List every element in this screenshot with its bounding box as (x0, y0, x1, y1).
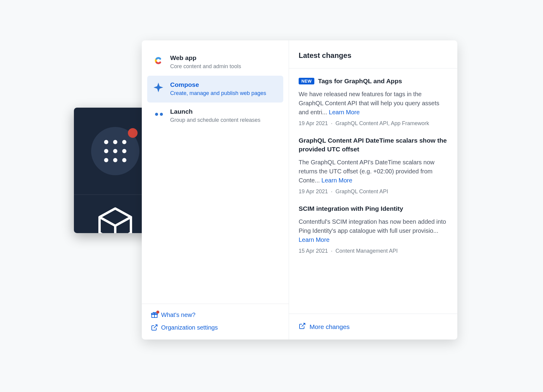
app-item-title: Compose (170, 81, 278, 88)
external-link-icon (151, 324, 158, 331)
cube-icon (96, 205, 135, 233)
app-item-launch[interactable]: Launch Group and schedule content releas… (147, 103, 283, 129)
external-link-icon (299, 322, 306, 331)
app-item-desc: Create, manage and publish web pages (170, 90, 278, 97)
change-item[interactable]: NEW Tags for GraphQL and Apps We have re… (299, 77, 448, 127)
changes-panel: Latest changes NEW Tags for GraphQL and … (289, 40, 457, 340)
org-settings-link[interactable]: Organization settings (151, 324, 280, 331)
app-item-title: Web app (170, 54, 278, 62)
org-settings-label: Organization settings (161, 324, 218, 331)
more-changes-label: More changes (310, 323, 350, 330)
change-desc: Contentful's SCIM integration has now be… (299, 217, 448, 244)
change-item[interactable]: SCIM integration with Ping Identity Cont… (299, 204, 448, 254)
app-item-title: Launch (170, 108, 278, 115)
learn-more-link[interactable]: Learn More (322, 177, 352, 184)
notification-dot-icon (128, 128, 138, 138)
change-meta: 19 Apr 2021 · GraphQL Content API, App F… (299, 120, 448, 127)
app-item-compose[interactable]: Compose Create, manage and publish web p… (147, 76, 283, 103)
whats-new-label: What's new? (161, 311, 195, 318)
change-meta: 15 Apr 2021 · Content Management API (299, 248, 448, 254)
change-desc: We have released new features for tags i… (299, 90, 448, 117)
changes-header: Latest changes (289, 40, 457, 68)
change-title: Tags for GraphQL and Apps (318, 77, 402, 85)
apps-panel: Web app Core content and admin tools Com… (142, 40, 289, 340)
whats-new-link[interactable]: What's new? (151, 311, 280, 318)
learn-more-link[interactable]: Learn More (299, 236, 329, 243)
svg-line-6 (302, 323, 305, 327)
change-title: GraphQL Content API DateTime scalars sho… (299, 136, 448, 153)
app-switcher-button[interactable] (91, 127, 139, 175)
changes-title: Latest changes (299, 51, 448, 60)
apps-list: Web app Core content and admin tools Com… (142, 40, 289, 304)
new-badge: NEW (299, 78, 314, 84)
learn-more-link[interactable]: Learn More (329, 109, 360, 115)
changes-footer: More changes (289, 314, 457, 340)
apps-panel-footer: What's new? Organization settings (142, 304, 289, 340)
launch-icon (152, 108, 165, 121)
change-desc: The GraphQL Content API's DateTime scala… (299, 158, 448, 185)
switcher-popover: Web app Core content and admin tools Com… (142, 40, 457, 340)
notification-dot-icon (156, 311, 159, 314)
change-item[interactable]: GraphQL Content API DateTime scalars sho… (299, 136, 448, 195)
svg-line-5 (154, 325, 157, 328)
change-meta: 19 Apr 2021 · GraphQL Content API (299, 188, 448, 195)
app-item-web-app[interactable]: Web app Core content and admin tools (147, 49, 283, 76)
app-item-desc: Core content and admin tools (170, 63, 278, 70)
change-title: SCIM integration with Ping Identity (299, 204, 403, 213)
changes-list: NEW Tags for GraphQL and Apps We have re… (289, 68, 457, 314)
svg-point-1 (160, 113, 163, 116)
compose-star-icon (152, 81, 165, 94)
apps-grid-icon (104, 140, 126, 162)
contentful-logo-icon (152, 54, 165, 67)
app-item-desc: Group and schedule content releases (170, 116, 278, 124)
svg-point-0 (155, 113, 158, 116)
gift-icon (151, 311, 158, 318)
more-changes-link[interactable]: More changes (299, 322, 448, 331)
